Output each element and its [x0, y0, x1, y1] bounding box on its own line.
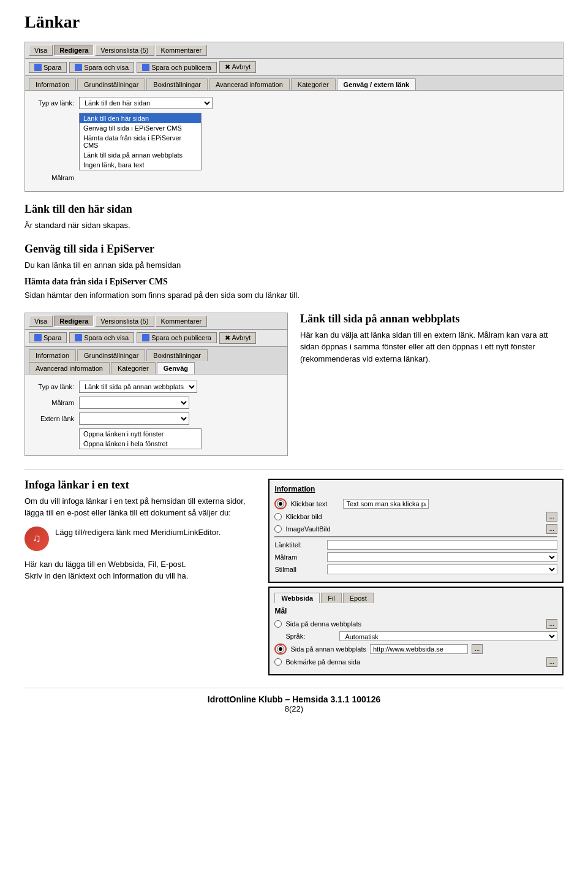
input-url[interactable]: [370, 644, 468, 654]
btn-klickbar-bild[interactable]: ...: [546, 512, 557, 522]
link-type-select-2[interactable]: Länk till sida på annan webbplats: [79, 381, 197, 393]
meridium-icon: ♫: [24, 526, 49, 551]
web-tab-webbsida[interactable]: Webbsida: [274, 593, 320, 603]
btn-imagevault[interactable]: ...: [546, 524, 557, 534]
footer-main-text: IdrottOnline Klubb – Hemsida 3.1.1 10012…: [24, 694, 564, 704]
target-item-1[interactable]: Öppna länken i nytt fönster: [80, 429, 201, 439]
btn-bokmarke[interactable]: ...: [546, 657, 557, 667]
target-item-2[interactable]: Öppna länken i hela fönstret: [80, 439, 201, 449]
tab-grundinstallningar[interactable]: Grundinställningar: [77, 78, 145, 90]
radio-imagevault[interactable]: [274, 525, 282, 533]
input-lanktitel[interactable]: [327, 540, 557, 550]
radio-sida-annan[interactable]: [277, 645, 284, 653]
dropdown-item-1[interactable]: Länk till den här sidan: [80, 113, 201, 123]
tab-information[interactable]: Information: [29, 78, 76, 90]
section1-title: Länk till den här sidan: [24, 203, 564, 216]
tab2-genvag[interactable]: Genväg: [157, 362, 195, 374]
radio-bokmarke[interactable]: [274, 658, 282, 666]
footer-page-text: 8(22): [24, 704, 564, 713]
dropdown-item-2[interactable]: Genväg till sida i EPiServer CMS: [80, 123, 201, 133]
web-row-4: Bokmärke på denna sida ...: [274, 657, 557, 667]
info-dialog-title: Information: [274, 485, 557, 493]
action-btn-spara-pub[interactable]: Spara och publicera: [137, 62, 217, 73]
radio-sida-denna[interactable]: [274, 620, 282, 628]
btn-sida-denna[interactable]: ...: [546, 619, 557, 629]
toolbar-btn-kommentarer[interactable]: Kommentarer: [156, 45, 208, 56]
disk-icon-3: [142, 64, 149, 71]
action2-btn-spara-pub[interactable]: Spara och publicera: [137, 332, 217, 343]
toolbar2-btn-redigera[interactable]: Redigera: [54, 316, 94, 327]
extern-select[interactable]: [79, 412, 189, 425]
toolbar2-btn-versionslista[interactable]: Versionslista (5): [95, 316, 154, 327]
infoga-title: Infoga länkar i en text: [24, 479, 256, 492]
radio-klickbar-text[interactable]: [277, 500, 284, 507]
tab2-kategorier[interactable]: Kategorier: [111, 362, 156, 374]
input-klickbar-text[interactable]: [343, 499, 429, 509]
dropdown-item-5[interactable]: Ingen länk, bara text: [80, 160, 201, 170]
cms-content-2: Typ av länk: Länk till sida på annan web…: [25, 374, 287, 455]
action-btn-avbryt[interactable]: ✖ Avbryt: [219, 61, 256, 73]
tab-boxinstallningar[interactable]: Boxinställningar: [146, 78, 208, 90]
action-btn-spara-visa[interactable]: Spara och visa: [69, 62, 134, 73]
action2-btn-avbryt[interactable]: ✖ Avbryt: [219, 332, 256, 344]
web-tab-fil[interactable]: Fil: [321, 593, 342, 603]
target-select[interactable]: [79, 397, 189, 409]
tab2-grundinstallningar[interactable]: Grundinställningar: [77, 349, 145, 361]
label-imagevault: ImageVaultBild: [285, 525, 334, 533]
toolbar-btn-redigera[interactable]: Redigera: [54, 45, 94, 56]
infoga-footer2: Skriv in den länktext och information du…: [24, 570, 256, 582]
info-row-imagevault: ImageVaultBild ...: [274, 524, 557, 534]
target-row: Målram: [31, 174, 557, 181]
toolbar-btn-versionslista[interactable]: Versionslista (5): [95, 45, 154, 56]
cms-editor-panel-1: Visa Redigera Versionslista (5) Kommenta…: [24, 42, 564, 192]
disk-icon-4: [34, 334, 42, 341]
toolbar2-btn-kommentarer[interactable]: Kommentarer: [156, 316, 208, 327]
radio-klickbar-bild[interactable]: [274, 513, 282, 520]
divider: [24, 469, 564, 470]
label-stilmall: Stilmall: [274, 566, 323, 573]
label-bokmarke: Bokmärke på denna sida: [285, 658, 360, 666]
dropdown-item-3[interactable]: Hämta data från sida i EPiServer CMS: [80, 133, 201, 150]
section-link-this-page: Länk till den här sidan Är standard när …: [24, 203, 564, 232]
select-stilmall[interactable]: [327, 564, 557, 574]
type2-row: Typ av länk: Länk till sida på annan web…: [31, 381, 281, 393]
info-row-lanktitel: Länktitel:: [274, 540, 557, 550]
cms-tabs-1: Information Grundinställningar Boxinstäl…: [25, 76, 563, 91]
link-type-select[interactable]: Länk till den här sidan Genväg till sida…: [79, 97, 213, 109]
web-row-3: Sida på annan webbplats ...: [274, 644, 557, 655]
web-dialog-title: Mål: [274, 607, 557, 615]
infoga-icon-label: Lägg till/redigera länk med MeridiumLink…: [55, 526, 221, 539]
dropdown-item-4[interactable]: Länk till sida på annan webbplats: [80, 150, 201, 160]
infoga-footer1: Här kan du lägga till en Webbsida, Fil, …: [24, 558, 256, 571]
klickbar-text-highlight: [274, 498, 287, 509]
action2-btn-spara[interactable]: Spara: [29, 332, 67, 343]
toolbar2-btn-visa[interactable]: Visa: [29, 316, 53, 327]
toolbar-btn-visa[interactable]: Visa: [29, 45, 53, 56]
action-btn-spara[interactable]: Spara: [29, 62, 67, 73]
type-row: Typ av länk: Länk till den här sidan Gen…: [31, 97, 557, 109]
section2-right-text: Sidan hämtar den information som finns s…: [24, 289, 564, 302]
page-title: Länkar: [24, 12, 564, 32]
tab-genvag-extern[interactable]: Genväg / extern länk: [337, 78, 417, 90]
sida-annan-highlight: [274, 644, 287, 655]
web-tab-epost[interactable]: Epost: [343, 593, 374, 603]
type2-label: Typ av länk:: [31, 383, 74, 390]
tab2-information[interactable]: Information: [29, 349, 76, 361]
disk-icon: [34, 64, 42, 71]
btn-sida-annan[interactable]: ...: [472, 644, 483, 654]
tab2-avancerad[interactable]: Avancerad information: [29, 362, 110, 374]
disk-icon-2: [75, 64, 82, 71]
link-dropdown-list: Länk till den här sidan Genväg till sida…: [79, 113, 202, 170]
tab-kategorier[interactable]: Kategorier: [291, 78, 336, 90]
select-sprak[interactable]: Automatisk: [339, 631, 557, 641]
extern-label: Extern länk: [31, 415, 74, 422]
tab-avancerad[interactable]: Avancerad information: [209, 78, 290, 90]
label-klickbar-bild: Klickbar bild: [285, 513, 334, 520]
extern-row: Extern länk: [31, 412, 281, 425]
select-malram[interactable]: [327, 552, 557, 562]
section2-right-title: Hämta data från sida i EpiServer CMS: [24, 277, 564, 287]
action2-btn-spara-visa[interactable]: Spara och visa: [69, 332, 134, 343]
tab2-boxinstallningar[interactable]: Boxinställningar: [146, 349, 208, 361]
info-dialog: Information Klickbar text Klickbar bild …: [268, 479, 564, 583]
cms-actionbar-1: Spara Spara och visa Spara och publicera…: [25, 59, 563, 76]
